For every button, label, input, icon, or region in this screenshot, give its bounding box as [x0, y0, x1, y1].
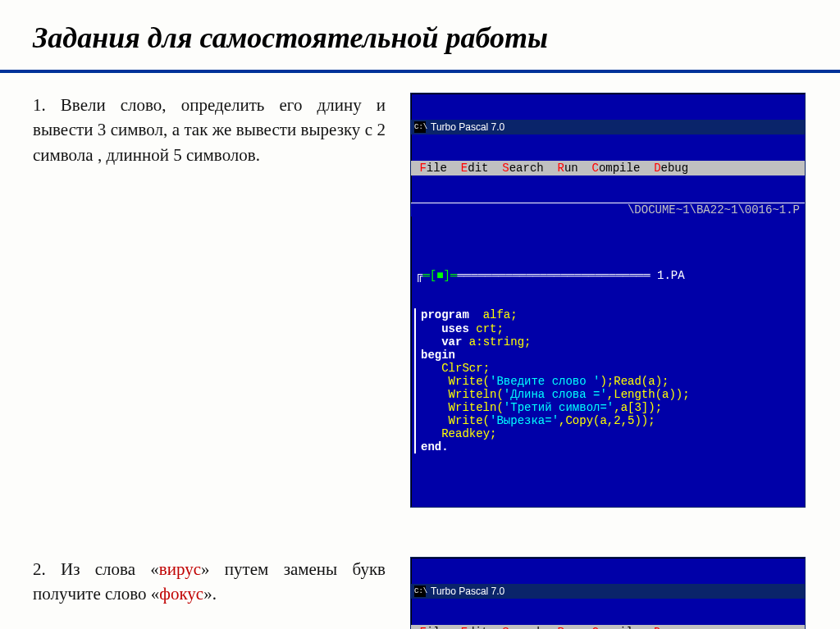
slide-title: Задания для самостоятельной работы: [33, 21, 807, 55]
task1-num: 1.: [33, 95, 46, 115]
task1-body: Ввели слово, определить его длину и выве…: [33, 95, 386, 165]
task2-post: ».: [203, 584, 217, 604]
tp-icon: C:\: [414, 586, 426, 597]
tp-icon: C:\: [414, 121, 426, 133]
tp-menubar[interactable]: File Edit Search Run Compile Debug: [411, 161, 805, 175]
task-row-1: 1. Ввели слово, определить его длину и в…: [33, 93, 807, 508]
tp-code-area[interactable]: program alfa; uses crt; var a:string;beg…: [414, 308, 801, 454]
slide: Задания для самостоятельной работы 1. Вв…: [0, 0, 840, 629]
task1-text: 1. Ввели слово, определить его длину и в…: [33, 93, 386, 167]
task2-w2: фокус: [159, 584, 203, 604]
tp-titlebar: C:\ Turbo Pascal 7.0: [411, 120, 805, 134]
tp-title: Turbo Pascal 7.0: [431, 121, 504, 133]
task-row-2: 2. Из слова «вирус» путем замены букв по…: [33, 557, 807, 629]
tp-frame-top: ╔═[■]═════════════════════════════ 1.PA: [414, 269, 801, 282]
task2-w1: вирус: [159, 559, 201, 579]
turbo-pascal-window-1: C:\ Turbo Pascal 7.0 File Edit Search Ru…: [410, 93, 806, 508]
task2-pre: Из слова «: [61, 559, 159, 579]
tp-title: Turbo Pascal 7.0: [431, 586, 504, 597]
tp-menubar[interactable]: File Edit Search Run Compile De: [411, 625, 805, 629]
task2-num: 2.: [33, 559, 46, 579]
title-underline: [0, 70, 840, 73]
task2-text: 2. Из слова «вирус» путем замены букв по…: [33, 557, 386, 607]
tp-path: \DOCUME~1\BA22~1\0016~1.P: [411, 203, 805, 217]
turbo-pascal-window-2: C:\ Turbo Pascal 7.0 File Edit Search Ru…: [410, 557, 806, 629]
tp-titlebar: C:\ Turbo Pascal 7.0: [411, 584, 805, 599]
